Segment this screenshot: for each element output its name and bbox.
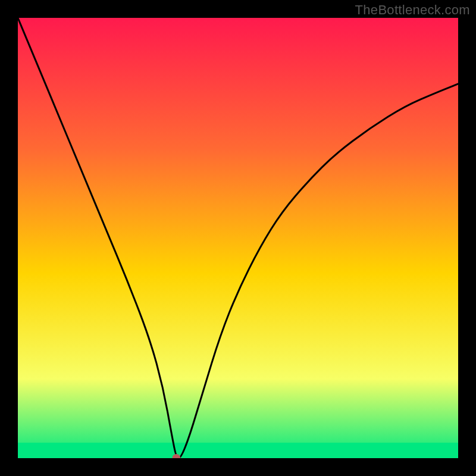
plot-background	[18, 18, 458, 458]
watermark-text: TheBottleneck.com	[355, 2, 470, 18]
green-band	[18, 443, 458, 458]
chart-frame: TheBottleneck.com	[0, 0, 476, 476]
bottleneck-chart	[0, 0, 476, 476]
